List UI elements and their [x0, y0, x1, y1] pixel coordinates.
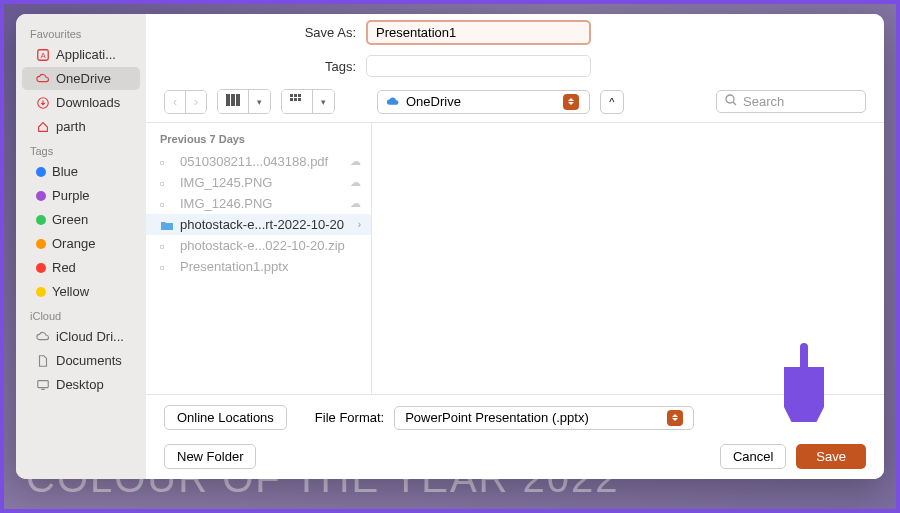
save-as-label: Save As:: [146, 25, 366, 40]
new-folder-button[interactable]: New Folder: [164, 444, 256, 469]
stepper-icon: [563, 94, 579, 110]
tags-row: Tags:: [146, 49, 884, 81]
dot-icon: [36, 215, 46, 225]
nav-back-forward: ‹ ›: [164, 90, 207, 114]
sidebar-item-applications[interactable]: AApplicati...: [22, 43, 140, 66]
sidebar-item-label: Downloads: [56, 95, 120, 110]
download-icon: [36, 96, 50, 110]
svg-rect-12: [298, 98, 301, 101]
chevron-down-icon[interactable]: ▾: [248, 90, 270, 113]
file-name: photostack-e...rt-2022-10-20: [180, 217, 352, 232]
svg-rect-8: [294, 94, 297, 97]
sidebar-item-label: iCloud Dri...: [56, 329, 124, 344]
file-format-label: File Format:: [315, 410, 384, 425]
file-column: Previous 7 Days ▫0510308211...043188.pdf…: [146, 123, 372, 394]
search-icon: [725, 94, 737, 109]
file-item[interactable]: ▫0510308211...043188.pdf☁: [146, 151, 371, 172]
svg-rect-6: [236, 94, 240, 106]
dot-icon: [36, 239, 46, 249]
preview-column: [372, 123, 884, 394]
sidebar-header-icloud: iCloud: [16, 304, 146, 324]
file-item[interactable]: ▫IMG_1245.PNG☁: [146, 172, 371, 193]
svg-rect-3: [38, 380, 49, 387]
dot-icon: [36, 191, 46, 201]
dot-icon: [36, 263, 46, 273]
sidebar-item-label: Orange: [52, 236, 95, 251]
cloud-icon: [36, 330, 50, 344]
online-locations-button[interactable]: Online Locations: [164, 405, 287, 430]
sidebar-item-downloads[interactable]: Downloads: [22, 91, 140, 114]
sidebar-item-onedrive[interactable]: OneDrive: [22, 67, 140, 90]
doc-icon: [36, 354, 50, 368]
sidebar-item-label: Green: [52, 212, 88, 227]
search-field[interactable]: Search: [716, 90, 866, 113]
file-item[interactable]: ▫Presentation1.pptx: [146, 256, 371, 277]
column-header: Previous 7 Days: [146, 127, 371, 151]
sidebar-item-label: OneDrive: [56, 71, 111, 86]
sidebar-item-label: Yellow: [52, 284, 89, 299]
file-icon: ▫: [160, 176, 174, 190]
file-name: photostack-e...022-10-20.zip: [180, 238, 361, 253]
file-icon: ▫: [160, 239, 174, 253]
svg-rect-5: [231, 94, 235, 106]
svg-text:A: A: [40, 50, 46, 59]
sidebar-header-tags: Tags: [16, 139, 146, 159]
file-format-dropdown[interactable]: PowerPoint Presentation (.pptx): [394, 406, 694, 430]
svg-rect-11: [294, 98, 297, 101]
save-as-input[interactable]: [366, 20, 591, 45]
footer: Online Locations File Format: PowerPoint…: [146, 394, 884, 479]
back-button[interactable]: ‹: [165, 91, 185, 113]
forward-button[interactable]: ›: [185, 91, 206, 113]
cloud-icon: [386, 95, 400, 109]
file-item[interactable]: ▫IMG_1246.PNG☁: [146, 193, 371, 214]
save-button[interactable]: Save: [796, 444, 866, 469]
cancel-button[interactable]: Cancel: [720, 444, 786, 469]
sidebar-item-label: Purple: [52, 188, 90, 203]
sidebar-item-label: Desktop: [56, 377, 104, 392]
sidebar-item-label: Red: [52, 260, 76, 275]
chevron-down-icon[interactable]: ▾: [312, 90, 334, 113]
svg-rect-4: [226, 94, 230, 106]
search-placeholder: Search: [743, 94, 784, 109]
sidebar-item-documents[interactable]: Documents: [22, 349, 140, 372]
cloud-download-icon: ☁: [350, 155, 361, 168]
svg-rect-10: [290, 98, 293, 101]
sidebar-item-label: parth: [56, 119, 86, 134]
sidebar-tag-blue[interactable]: Blue: [22, 160, 140, 183]
svg-rect-9: [298, 94, 301, 97]
file-icon: ▫: [160, 155, 174, 169]
file-item[interactable]: ▫photostack-e...022-10-20.zip: [146, 235, 371, 256]
sidebar-tag-green[interactable]: Green: [22, 208, 140, 231]
file-name: Presentation1.pptx: [180, 259, 361, 274]
sidebar-item-icloud-drive[interactable]: iCloud Dri...: [22, 325, 140, 348]
file-name: IMG_1246.PNG: [180, 196, 344, 211]
main-panel: Save As: Tags: ‹ › ▾ ▾ OneDrive: [146, 14, 884, 479]
sidebar-tag-red[interactable]: Red: [22, 256, 140, 279]
save-dialog: Favourites AApplicati... OneDrive Downlo…: [16, 14, 884, 479]
cloud-download-icon: ☁: [350, 197, 361, 210]
file-name: 0510308211...043188.pdf: [180, 154, 344, 169]
save-as-row: Save As:: [146, 14, 884, 49]
tags-input[interactable]: [366, 55, 591, 77]
dot-icon: [36, 287, 46, 297]
sidebar-tag-orange[interactable]: Orange: [22, 232, 140, 255]
sidebar-item-desktop[interactable]: Desktop: [22, 373, 140, 396]
sidebar-tag-yellow[interactable]: Yellow: [22, 280, 140, 303]
file-icon: ▫: [160, 197, 174, 211]
folder-icon: [160, 218, 174, 232]
grid-icon[interactable]: [282, 90, 312, 113]
file-item[interactable]: photostack-e...rt-2022-10-20›: [146, 214, 371, 235]
column-view-icon[interactable]: [218, 90, 248, 113]
location-dropdown[interactable]: OneDrive: [377, 90, 590, 114]
view-mode-selector[interactable]: ▾: [217, 89, 271, 114]
sidebar: Favourites AApplicati... OneDrive Downlo…: [16, 14, 146, 479]
sidebar-item-home[interactable]: parth: [22, 115, 140, 138]
sidebar-tag-purple[interactable]: Purple: [22, 184, 140, 207]
location-name: OneDrive: [406, 94, 461, 109]
app-icon: A: [36, 48, 50, 62]
svg-rect-7: [290, 94, 293, 97]
up-folder-button[interactable]: ^: [600, 90, 624, 114]
group-selector[interactable]: ▾: [281, 89, 335, 114]
chevron-up-icon: ^: [609, 96, 614, 108]
cloud-download-icon: ☁: [350, 176, 361, 189]
